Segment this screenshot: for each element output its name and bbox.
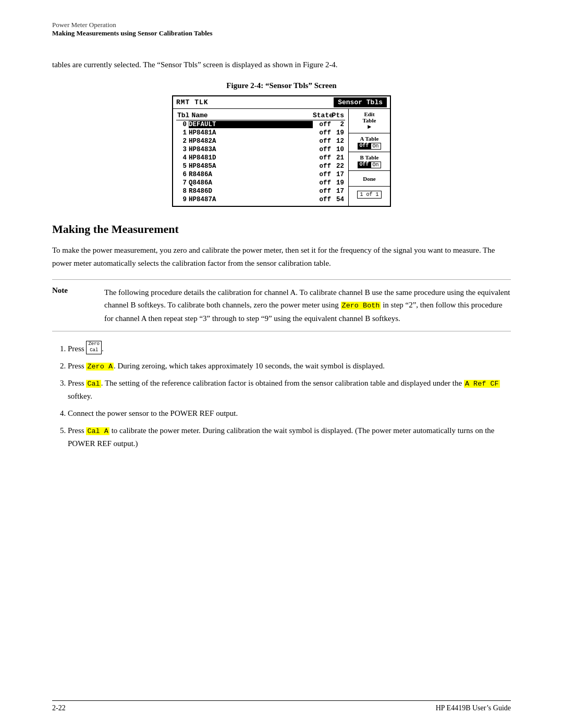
note-container: Note The following procedure details the… [52,279,511,332]
table-row: 0 DEFAULT off 2 [176,120,345,129]
note-label: Note [52,286,104,325]
table-row: 2 HP8482A off 12 [176,137,345,145]
row-num: 4 [177,154,189,162]
row-num: 5 [177,163,189,170]
row-name: R8486D [189,188,313,195]
screen-softkeys: EditTable ► A Table Off On [348,109,390,206]
col-pts-header: Pts [331,112,344,119]
row-num: 1 [177,129,189,137]
zero-cal-button: ZeroCal [86,341,102,354]
row-name: HP8481D [189,154,313,162]
row-state: off [313,188,331,195]
list-item: Press Zero A. During zeroing, which take… [68,360,511,373]
list-item: Press Cal A to calibrate the power meter… [68,424,511,450]
softkey-edit-table[interactable]: EditTable ► [349,109,390,133]
screen-top-bar: RMT TLK Sensor Tbls [173,96,390,109]
list-item: Press Cal. The setting of the reference … [68,377,511,403]
section-body: To make the power measurement, you zero … [52,244,511,270]
table-row: 6 R8486A off 17 [176,170,345,179]
table-row: 9 HP8487A off 54 [176,195,345,204]
row-num: 3 [177,146,189,153]
guide-title: HP E4419B User’s Guide [436,704,511,712]
table-row: 3 HP8483A off 10 [176,145,345,154]
screen-body: Tbl Name State Pts 0 DEFAULT off 2 [173,109,390,206]
row-name: HP8483A [189,146,313,153]
row-name: HP8485A [189,163,313,170]
row-state: off [313,196,331,203]
row-name: HP8481A [189,129,313,137]
screen-title: Sensor Tbls [334,97,387,107]
row-num: 2 [177,138,189,145]
table-row: 4 HP8481D off 21 [176,154,345,162]
table-header-row: Tbl Name State Pts [176,111,345,120]
row-pts: 19 [331,129,344,137]
subtitle: Making Measurements using Sensor Calibra… [52,29,511,38]
breadcrumb: Power Meter Operation [52,21,511,29]
row-state: off [313,146,331,153]
a-ref-cf-code: A Ref CF [464,380,500,388]
row-pts: 17 [331,188,344,195]
row-state: off [313,138,331,145]
softkey-page[interactable]: 1 of 1 [349,187,390,202]
table-row: 1 HP8481A off 19 [176,129,345,137]
softkey-b-table[interactable]: B Table Off On [349,152,390,171]
main-content: tables are currently selected. The “Sens… [0,58,563,450]
row-pts: 12 [331,138,344,145]
screen-mockup: RMT TLK Sensor Tbls Tbl Name State Pts [172,95,391,207]
row-num: 6 [177,171,189,178]
table-row: 5 HP8485A off 22 [176,162,345,170]
section-heading: Making the Measurement [52,223,511,236]
col-state-header: State [313,112,331,119]
row-state: off [313,171,331,178]
row-pts: 54 [331,196,344,203]
row-num: 7 [177,179,189,187]
row-state: off [313,154,331,162]
page-number: 2-22 [52,704,66,712]
intro-text: tables are currently selected. The “Sens… [52,58,511,71]
row-pts: 2 [331,121,344,128]
row-state: off [313,179,331,187]
table-row: 8 R8486D off 17 [176,187,345,195]
row-name: HP8482A [189,138,313,145]
row-pts: 17 [331,171,344,178]
col-name-header: Name [189,112,313,119]
row-name: Q8486A [189,179,313,187]
row-state: off [313,129,331,137]
row-num: 0 [177,121,189,128]
col-tbl-header: Tbl [177,112,189,119]
row-name: HP8487A [189,196,313,203]
zero-a-code: Zero A [86,363,114,371]
list-item: Connect the power sensor to the POWER RE… [68,407,511,420]
row-state: off [313,121,331,128]
page-footer: 2-22 HP E4419B User’s Guide [52,700,511,712]
page-header: Power Meter Operation Making Measurement… [0,0,563,43]
numbered-list: Press ZeroCal. Press Zero A. During zero… [52,341,511,450]
row-pts: 10 [331,146,344,153]
figure-caption: Figure 2-4: “Sensor Tbls” Screen [226,81,336,90]
screen-rmt-tlk: RMT TLK [176,98,209,106]
row-num: 8 [177,188,189,195]
note-text: The following procedure details the cali… [104,286,511,325]
row-state: off [313,163,331,170]
row-name: DEFAULT [189,121,313,128]
row-pts: 19 [331,179,344,187]
cal-code: Cal [86,380,101,388]
figure-container: Figure 2-4: “Sensor Tbls” Screen RMT TLK… [52,81,511,207]
cal-a-code: Cal A [86,427,109,435]
table-row: 7 Q8486A off 19 [176,179,345,187]
screen-table-area: Tbl Name State Pts 0 DEFAULT off 2 [173,109,348,206]
row-num: 9 [177,196,189,203]
row-name: R8486A [189,171,313,178]
softkey-done[interactable]: Done [349,171,390,187]
row-pts: 21 [331,154,344,162]
softkey-a-table[interactable]: A Table Off On [349,133,390,152]
row-pts: 22 [331,163,344,170]
list-item: Press ZeroCal. [68,341,511,355]
note-code1: Zero Both [341,302,381,310]
